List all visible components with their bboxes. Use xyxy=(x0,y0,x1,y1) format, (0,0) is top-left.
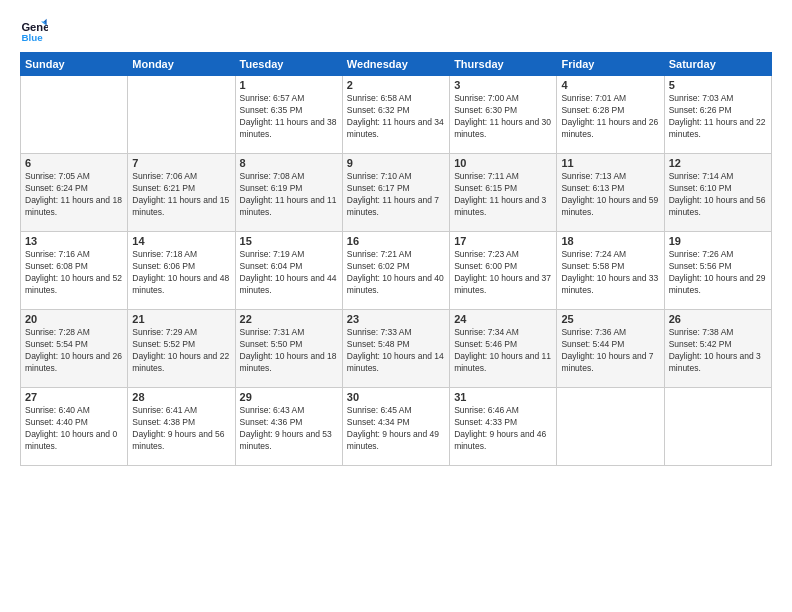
day-info: Sunrise: 7:31 AMSunset: 5:50 PMDaylight:… xyxy=(240,327,338,375)
calendar-cell: 29Sunrise: 6:43 AMSunset: 4:36 PMDayligh… xyxy=(235,388,342,466)
calendar-cell: 8Sunrise: 7:08 AMSunset: 6:19 PMDaylight… xyxy=(235,154,342,232)
day-info: Sunrise: 7:18 AMSunset: 6:06 PMDaylight:… xyxy=(132,249,230,297)
day-number: 1 xyxy=(240,79,338,91)
day-number: 8 xyxy=(240,157,338,169)
calendar-body: 1Sunrise: 6:57 AMSunset: 6:35 PMDaylight… xyxy=(21,76,772,466)
day-info: Sunrise: 7:01 AMSunset: 6:28 PMDaylight:… xyxy=(561,93,659,141)
day-number: 25 xyxy=(561,313,659,325)
day-number: 19 xyxy=(669,235,767,247)
calendar-cell: 7Sunrise: 7:06 AMSunset: 6:21 PMDaylight… xyxy=(128,154,235,232)
day-number: 17 xyxy=(454,235,552,247)
day-number: 16 xyxy=(347,235,445,247)
calendar-cell: 18Sunrise: 7:24 AMSunset: 5:58 PMDayligh… xyxy=(557,232,664,310)
calendar-cell: 13Sunrise: 7:16 AMSunset: 6:08 PMDayligh… xyxy=(21,232,128,310)
day-info: Sunrise: 7:36 AMSunset: 5:44 PMDaylight:… xyxy=(561,327,659,375)
day-info: Sunrise: 6:58 AMSunset: 6:32 PMDaylight:… xyxy=(347,93,445,141)
header-thursday: Thursday xyxy=(450,53,557,76)
calendar-cell xyxy=(128,76,235,154)
calendar-cell: 23Sunrise: 7:33 AMSunset: 5:48 PMDayligh… xyxy=(342,310,449,388)
calendar-cell: 12Sunrise: 7:14 AMSunset: 6:10 PMDayligh… xyxy=(664,154,771,232)
day-info: Sunrise: 7:19 AMSunset: 6:04 PMDaylight:… xyxy=(240,249,338,297)
week-row-5: 27Sunrise: 6:40 AMSunset: 4:40 PMDayligh… xyxy=(21,388,772,466)
day-number: 27 xyxy=(25,391,123,403)
week-row-4: 20Sunrise: 7:28 AMSunset: 5:54 PMDayligh… xyxy=(21,310,772,388)
day-number: 21 xyxy=(132,313,230,325)
calendar-cell: 9Sunrise: 7:10 AMSunset: 6:17 PMDaylight… xyxy=(342,154,449,232)
header-saturday: Saturday xyxy=(664,53,771,76)
day-info: Sunrise: 6:45 AMSunset: 4:34 PMDaylight:… xyxy=(347,405,445,453)
day-number: 7 xyxy=(132,157,230,169)
day-info: Sunrise: 7:00 AMSunset: 6:30 PMDaylight:… xyxy=(454,93,552,141)
calendar-page: General Blue SundayMondayTuesdayWednesda… xyxy=(0,0,792,612)
calendar-cell: 19Sunrise: 7:26 AMSunset: 5:56 PMDayligh… xyxy=(664,232,771,310)
calendar-cell: 4Sunrise: 7:01 AMSunset: 6:28 PMDaylight… xyxy=(557,76,664,154)
day-number: 4 xyxy=(561,79,659,91)
day-number: 11 xyxy=(561,157,659,169)
day-info: Sunrise: 7:05 AMSunset: 6:24 PMDaylight:… xyxy=(25,171,123,219)
calendar-cell: 1Sunrise: 6:57 AMSunset: 6:35 PMDaylight… xyxy=(235,76,342,154)
day-info: Sunrise: 7:21 AMSunset: 6:02 PMDaylight:… xyxy=(347,249,445,297)
calendar-cell: 27Sunrise: 6:40 AMSunset: 4:40 PMDayligh… xyxy=(21,388,128,466)
day-number: 5 xyxy=(669,79,767,91)
day-number: 29 xyxy=(240,391,338,403)
day-info: Sunrise: 7:11 AMSunset: 6:15 PMDaylight:… xyxy=(454,171,552,219)
day-info: Sunrise: 7:24 AMSunset: 5:58 PMDaylight:… xyxy=(561,249,659,297)
day-number: 20 xyxy=(25,313,123,325)
day-number: 6 xyxy=(25,157,123,169)
day-number: 31 xyxy=(454,391,552,403)
day-info: Sunrise: 7:33 AMSunset: 5:48 PMDaylight:… xyxy=(347,327,445,375)
day-number: 10 xyxy=(454,157,552,169)
calendar-cell: 16Sunrise: 7:21 AMSunset: 6:02 PMDayligh… xyxy=(342,232,449,310)
calendar-cell: 21Sunrise: 7:29 AMSunset: 5:52 PMDayligh… xyxy=(128,310,235,388)
day-info: Sunrise: 7:29 AMSunset: 5:52 PMDaylight:… xyxy=(132,327,230,375)
header-friday: Friday xyxy=(557,53,664,76)
header-row: SundayMondayTuesdayWednesdayThursdayFrid… xyxy=(21,53,772,76)
calendar-cell: 17Sunrise: 7:23 AMSunset: 6:00 PMDayligh… xyxy=(450,232,557,310)
day-number: 28 xyxy=(132,391,230,403)
logo: General Blue xyxy=(20,16,52,44)
day-info: Sunrise: 6:43 AMSunset: 4:36 PMDaylight:… xyxy=(240,405,338,453)
calendar-cell: 5Sunrise: 7:03 AMSunset: 6:26 PMDaylight… xyxy=(664,76,771,154)
calendar-cell: 14Sunrise: 7:18 AMSunset: 6:06 PMDayligh… xyxy=(128,232,235,310)
calendar-cell: 28Sunrise: 6:41 AMSunset: 4:38 PMDayligh… xyxy=(128,388,235,466)
day-info: Sunrise: 7:10 AMSunset: 6:17 PMDaylight:… xyxy=(347,171,445,219)
day-info: Sunrise: 7:28 AMSunset: 5:54 PMDaylight:… xyxy=(25,327,123,375)
header-tuesday: Tuesday xyxy=(235,53,342,76)
day-number: 12 xyxy=(669,157,767,169)
day-number: 14 xyxy=(132,235,230,247)
day-info: Sunrise: 7:34 AMSunset: 5:46 PMDaylight:… xyxy=(454,327,552,375)
day-number: 24 xyxy=(454,313,552,325)
day-info: Sunrise: 6:41 AMSunset: 4:38 PMDaylight:… xyxy=(132,405,230,453)
calendar-cell: 31Sunrise: 6:46 AMSunset: 4:33 PMDayligh… xyxy=(450,388,557,466)
calendar-cell: 15Sunrise: 7:19 AMSunset: 6:04 PMDayligh… xyxy=(235,232,342,310)
day-number: 18 xyxy=(561,235,659,247)
calendar-table: SundayMondayTuesdayWednesdayThursdayFrid… xyxy=(20,52,772,466)
calendar-cell: 30Sunrise: 6:45 AMSunset: 4:34 PMDayligh… xyxy=(342,388,449,466)
day-info: Sunrise: 7:26 AMSunset: 5:56 PMDaylight:… xyxy=(669,249,767,297)
day-info: Sunrise: 6:57 AMSunset: 6:35 PMDaylight:… xyxy=(240,93,338,141)
calendar-cell: 20Sunrise: 7:28 AMSunset: 5:54 PMDayligh… xyxy=(21,310,128,388)
calendar-cell: 11Sunrise: 7:13 AMSunset: 6:13 PMDayligh… xyxy=(557,154,664,232)
week-row-1: 1Sunrise: 6:57 AMSunset: 6:35 PMDaylight… xyxy=(21,76,772,154)
day-info: Sunrise: 6:46 AMSunset: 4:33 PMDaylight:… xyxy=(454,405,552,453)
day-number: 30 xyxy=(347,391,445,403)
calendar-cell xyxy=(557,388,664,466)
header-wednesday: Wednesday xyxy=(342,53,449,76)
calendar-cell: 26Sunrise: 7:38 AMSunset: 5:42 PMDayligh… xyxy=(664,310,771,388)
day-info: Sunrise: 7:13 AMSunset: 6:13 PMDaylight:… xyxy=(561,171,659,219)
calendar-cell: 2Sunrise: 6:58 AMSunset: 6:32 PMDaylight… xyxy=(342,76,449,154)
day-number: 3 xyxy=(454,79,552,91)
day-number: 2 xyxy=(347,79,445,91)
calendar-cell xyxy=(664,388,771,466)
calendar-cell xyxy=(21,76,128,154)
calendar-cell: 24Sunrise: 7:34 AMSunset: 5:46 PMDayligh… xyxy=(450,310,557,388)
week-row-2: 6Sunrise: 7:05 AMSunset: 6:24 PMDaylight… xyxy=(21,154,772,232)
header: General Blue xyxy=(20,16,772,44)
day-number: 23 xyxy=(347,313,445,325)
header-monday: Monday xyxy=(128,53,235,76)
day-number: 13 xyxy=(25,235,123,247)
day-info: Sunrise: 7:06 AMSunset: 6:21 PMDaylight:… xyxy=(132,171,230,219)
logo-icon: General Blue xyxy=(20,16,48,44)
day-number: 22 xyxy=(240,313,338,325)
day-info: Sunrise: 7:08 AMSunset: 6:19 PMDaylight:… xyxy=(240,171,338,219)
